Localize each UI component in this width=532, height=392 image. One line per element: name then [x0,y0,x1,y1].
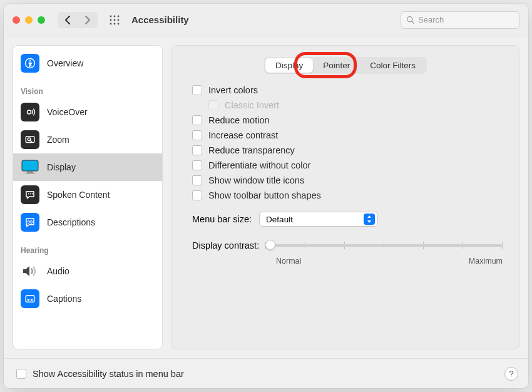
option-reduce-transparency[interactable]: Reduce transparency [192,145,503,155]
show-status-in-menu-bar[interactable]: Show Accessibility status in menu bar [16,369,184,379]
contrast-min-label: Normal [276,257,301,266]
chevron-up-down-icon [364,214,375,225]
sidebar-item-descriptions[interactable]: 99 Descriptions [13,209,162,236]
svg-point-2 [118,15,120,17]
svg-point-6 [110,23,112,24]
sidebar-section-vision: Vision [13,77,162,98]
sidebar-item-label: Captions [47,294,81,304]
svg-rect-19 [25,173,35,174]
svg-text:99: 99 [28,219,33,225]
zoom-button[interactable] [38,16,45,24]
overview-icon [21,54,39,73]
window-title: Accessibility [131,14,392,25]
svg-point-0 [110,15,112,17]
voiceover-icon [21,103,39,121]
sidebar-item-voiceover[interactable]: VoiceOver [13,98,162,126]
zoom-icon [21,130,39,149]
footer: Show Accessibility status in menu bar ? [4,358,528,388]
svg-point-12 [29,60,31,61]
window-controls [13,16,45,24]
svg-point-20 [28,193,29,195]
sidebar-item-label: Zoom [47,135,69,145]
svg-point-8 [118,23,120,24]
descriptions-icon: 99 [21,213,39,232]
svg-rect-24 [26,296,34,302]
option-toolbar-button-shapes[interactable]: Show toolbar button shapes [192,190,503,200]
svg-point-7 [114,23,116,24]
toolbar: Accessibility Search [4,4,528,36]
content-pane: Display Pointer Color Filters Invert col… [171,45,519,349]
tab-bar-wrap: Display Pointer Color Filters [188,57,503,74]
nav-buttons [58,12,98,28]
svg-rect-25 [28,299,30,301]
sidebar: Overview Vision VoiceOver Zoom Display S… [13,45,163,349]
tab-bar: Display Pointer Color Filters [264,57,427,74]
option-classic-invert: Classic Invert [192,100,503,110]
display-icon [21,158,39,177]
svg-line-16 [30,140,32,142]
menu-bar-size-row: Menu bar size: Default [188,212,503,227]
option-reduce-motion[interactable]: Reduce motion [192,115,503,125]
display-options: Invert colors Classic Invert Reduce moti… [188,85,503,200]
svg-point-5 [118,19,120,21]
svg-line-10 [412,21,414,23]
tab-color-filters[interactable]: Color Filters [360,58,426,73]
contrast-max-label: Maximum [469,257,503,266]
svg-rect-18 [27,172,33,173]
spoken-content-icon [21,185,39,204]
body: Overview Vision VoiceOver Zoom Display S… [4,36,528,358]
help-button[interactable]: ? [504,367,518,381]
sidebar-item-label: VoiceOver [47,107,88,117]
menu-bar-size-label: Menu bar size: [192,214,252,224]
svg-point-15 [28,138,31,141]
display-contrast-slider[interactable] [265,244,503,247]
menu-bar-size-select[interactable]: Default [259,212,378,227]
sidebar-item-zoom[interactable]: Zoom [13,126,162,153]
sidebar-item-overview[interactable]: Overview [13,49,162,77]
preferences-window: Accessibility Search Overview Vision Voi… [4,4,528,388]
audio-icon [21,262,39,281]
sidebar-item-spoken-content[interactable]: Spoken Content [13,181,162,209]
minimize-button[interactable] [25,16,33,24]
search-placeholder: Search [418,15,444,24]
sidebar-section-hearing: Hearing [13,236,162,257]
svg-point-13 [28,110,31,114]
sidebar-item-label: Overview [47,58,83,68]
sidebar-item-label: Descriptions [47,217,95,227]
sidebar-item-label: Display [47,162,76,172]
svg-point-4 [114,19,116,21]
captions-icon [21,289,39,308]
display-contrast-label: Display contrast: [192,240,259,250]
sidebar-item-captions[interactable]: Captions [13,285,162,312]
svg-point-3 [110,19,112,21]
sidebar-item-display[interactable]: Display [13,153,162,181]
forward-button[interactable] [78,12,98,28]
back-button[interactable] [58,12,78,28]
tab-pointer[interactable]: Pointer [313,58,360,73]
display-contrast-row: Display contrast: Normal Maximum [188,240,503,266]
search-icon [406,16,414,24]
svg-point-1 [114,15,116,17]
option-differentiate-without-color[interactable]: Differentiate without color [192,160,503,170]
sidebar-item-label: Audio [47,266,69,276]
option-window-title-icons[interactable]: Show window title icons [192,175,503,185]
menu-bar-size-value: Default [266,215,293,224]
tab-display[interactable]: Display [265,58,313,73]
svg-rect-26 [31,299,33,301]
option-increase-contrast[interactable]: Increase contrast [192,130,503,140]
show-all-icon[interactable] [106,15,123,25]
option-invert-colors[interactable]: Invert colors [192,85,503,95]
svg-rect-17 [22,160,38,171]
search-field[interactable]: Search [401,11,519,29]
svg-point-21 [30,193,31,195]
sidebar-item-audio[interactable]: Audio [13,257,162,285]
svg-point-22 [32,193,33,195]
sidebar-item-label: Spoken Content [47,190,110,200]
close-button[interactable] [13,16,20,24]
